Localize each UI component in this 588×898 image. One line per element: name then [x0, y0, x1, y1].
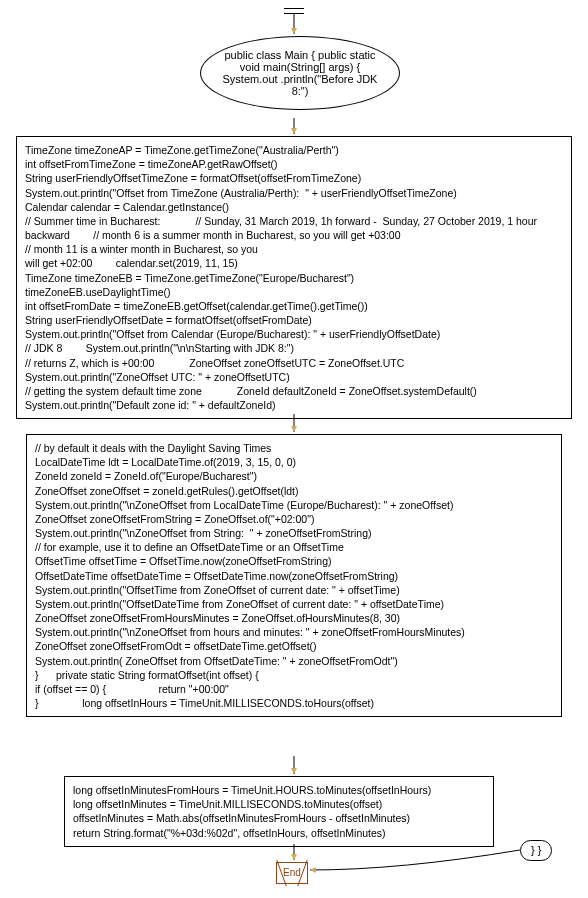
- flowchart-end-node: End: [276, 862, 308, 884]
- box1-text: TimeZone timeZoneAP = TimeZone.getTimeZo…: [25, 143, 563, 412]
- box3-text: long offsetInMinutesFromHours = TimeUnit…: [73, 783, 485, 840]
- flowchart-box-1: TimeZone timeZoneAP = TimeZone.getTimeZo…: [16, 136, 572, 419]
- flowchart-box-3: long offsetInMinutesFromHours = TimeUnit…: [64, 776, 494, 847]
- flowchart-box-2: // by default it deals with the Daylight…: [26, 434, 562, 717]
- box2-text: // by default it deals with the Daylight…: [35, 441, 553, 710]
- pill-text: } }: [531, 844, 541, 856]
- ellipse-text: public class Main { public static void m…: [223, 49, 378, 97]
- flowchart-ellipse-node: public class Main { public static void m…: [200, 36, 400, 110]
- flowchart-start-node: [284, 8, 304, 14]
- flowchart-pill-node: } }: [520, 840, 552, 861]
- end-text: End: [283, 867, 301, 878]
